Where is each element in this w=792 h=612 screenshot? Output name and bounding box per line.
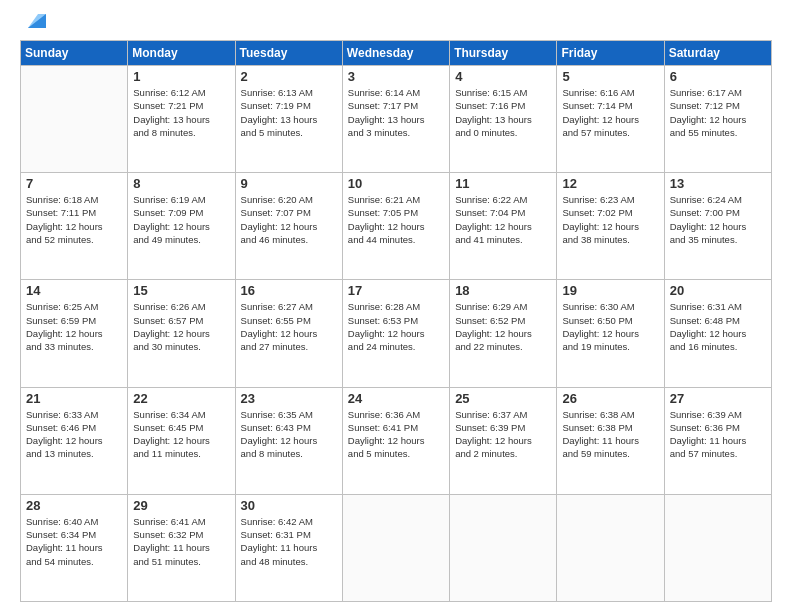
day-info: Sunrise: 6:39 AM Sunset: 6:36 PM Dayligh… bbox=[670, 408, 766, 461]
day-number: 4 bbox=[455, 69, 551, 84]
logo bbox=[20, 18, 46, 32]
day-number: 14 bbox=[26, 283, 122, 298]
day-number: 10 bbox=[348, 176, 444, 191]
day-number: 9 bbox=[241, 176, 337, 191]
day-info: Sunrise: 6:27 AM Sunset: 6:55 PM Dayligh… bbox=[241, 300, 337, 353]
day-info: Sunrise: 6:17 AM Sunset: 7:12 PM Dayligh… bbox=[670, 86, 766, 139]
day-info: Sunrise: 6:36 AM Sunset: 6:41 PM Dayligh… bbox=[348, 408, 444, 461]
day-number: 16 bbox=[241, 283, 337, 298]
day-info: Sunrise: 6:40 AM Sunset: 6:34 PM Dayligh… bbox=[26, 515, 122, 568]
day-info: Sunrise: 6:12 AM Sunset: 7:21 PM Dayligh… bbox=[133, 86, 229, 139]
calendar-cell: 24Sunrise: 6:36 AM Sunset: 6:41 PM Dayli… bbox=[342, 387, 449, 494]
day-info: Sunrise: 6:35 AM Sunset: 6:43 PM Dayligh… bbox=[241, 408, 337, 461]
calendar-cell bbox=[664, 494, 771, 601]
day-number: 24 bbox=[348, 391, 444, 406]
calendar-cell: 18Sunrise: 6:29 AM Sunset: 6:52 PM Dayli… bbox=[450, 280, 557, 387]
day-info: Sunrise: 6:41 AM Sunset: 6:32 PM Dayligh… bbox=[133, 515, 229, 568]
calendar-cell: 29Sunrise: 6:41 AM Sunset: 6:32 PM Dayli… bbox=[128, 494, 235, 601]
day-info: Sunrise: 6:18 AM Sunset: 7:11 PM Dayligh… bbox=[26, 193, 122, 246]
day-number: 1 bbox=[133, 69, 229, 84]
day-number: 13 bbox=[670, 176, 766, 191]
calendar-cell: 27Sunrise: 6:39 AM Sunset: 6:36 PM Dayli… bbox=[664, 387, 771, 494]
day-number: 23 bbox=[241, 391, 337, 406]
calendar-cell: 30Sunrise: 6:42 AM Sunset: 6:31 PM Dayli… bbox=[235, 494, 342, 601]
day-info: Sunrise: 6:33 AM Sunset: 6:46 PM Dayligh… bbox=[26, 408, 122, 461]
day-number: 19 bbox=[562, 283, 658, 298]
day-info: Sunrise: 6:22 AM Sunset: 7:04 PM Dayligh… bbox=[455, 193, 551, 246]
calendar-cell: 5Sunrise: 6:16 AM Sunset: 7:14 PM Daylig… bbox=[557, 66, 664, 173]
calendar-cell: 13Sunrise: 6:24 AM Sunset: 7:00 PM Dayli… bbox=[664, 173, 771, 280]
calendar-cell: 3Sunrise: 6:14 AM Sunset: 7:17 PM Daylig… bbox=[342, 66, 449, 173]
weekday-tuesday: Tuesday bbox=[235, 41, 342, 66]
day-number: 21 bbox=[26, 391, 122, 406]
calendar-table: SundayMondayTuesdayWednesdayThursdayFrid… bbox=[20, 40, 772, 602]
calendar-week-row: 21Sunrise: 6:33 AM Sunset: 6:46 PM Dayli… bbox=[21, 387, 772, 494]
day-info: Sunrise: 6:42 AM Sunset: 6:31 PM Dayligh… bbox=[241, 515, 337, 568]
weekday-header-row: SundayMondayTuesdayWednesdayThursdayFrid… bbox=[21, 41, 772, 66]
header bbox=[20, 18, 772, 32]
calendar-cell: 28Sunrise: 6:40 AM Sunset: 6:34 PM Dayli… bbox=[21, 494, 128, 601]
calendar-cell: 9Sunrise: 6:20 AM Sunset: 7:07 PM Daylig… bbox=[235, 173, 342, 280]
day-info: Sunrise: 6:26 AM Sunset: 6:57 PM Dayligh… bbox=[133, 300, 229, 353]
calendar-cell: 21Sunrise: 6:33 AM Sunset: 6:46 PM Dayli… bbox=[21, 387, 128, 494]
day-number: 8 bbox=[133, 176, 229, 191]
calendar-cell: 4Sunrise: 6:15 AM Sunset: 7:16 PM Daylig… bbox=[450, 66, 557, 173]
calendar-cell: 26Sunrise: 6:38 AM Sunset: 6:38 PM Dayli… bbox=[557, 387, 664, 494]
day-info: Sunrise: 6:38 AM Sunset: 6:38 PM Dayligh… bbox=[562, 408, 658, 461]
calendar-cell bbox=[342, 494, 449, 601]
day-number: 30 bbox=[241, 498, 337, 513]
calendar-cell bbox=[21, 66, 128, 173]
day-info: Sunrise: 6:28 AM Sunset: 6:53 PM Dayligh… bbox=[348, 300, 444, 353]
day-number: 12 bbox=[562, 176, 658, 191]
calendar-cell: 17Sunrise: 6:28 AM Sunset: 6:53 PM Dayli… bbox=[342, 280, 449, 387]
calendar-cell: 12Sunrise: 6:23 AM Sunset: 7:02 PM Dayli… bbox=[557, 173, 664, 280]
day-info: Sunrise: 6:20 AM Sunset: 7:07 PM Dayligh… bbox=[241, 193, 337, 246]
weekday-sunday: Sunday bbox=[21, 41, 128, 66]
day-info: Sunrise: 6:14 AM Sunset: 7:17 PM Dayligh… bbox=[348, 86, 444, 139]
weekday-saturday: Saturday bbox=[664, 41, 771, 66]
calendar-week-row: 28Sunrise: 6:40 AM Sunset: 6:34 PM Dayli… bbox=[21, 494, 772, 601]
calendar-cell: 14Sunrise: 6:25 AM Sunset: 6:59 PM Dayli… bbox=[21, 280, 128, 387]
calendar-cell: 2Sunrise: 6:13 AM Sunset: 7:19 PM Daylig… bbox=[235, 66, 342, 173]
calendar-cell: 25Sunrise: 6:37 AM Sunset: 6:39 PM Dayli… bbox=[450, 387, 557, 494]
weekday-thursday: Thursday bbox=[450, 41, 557, 66]
day-number: 25 bbox=[455, 391, 551, 406]
day-info: Sunrise: 6:13 AM Sunset: 7:19 PM Dayligh… bbox=[241, 86, 337, 139]
calendar-cell: 11Sunrise: 6:22 AM Sunset: 7:04 PM Dayli… bbox=[450, 173, 557, 280]
day-info: Sunrise: 6:19 AM Sunset: 7:09 PM Dayligh… bbox=[133, 193, 229, 246]
day-info: Sunrise: 6:23 AM Sunset: 7:02 PM Dayligh… bbox=[562, 193, 658, 246]
calendar-cell: 19Sunrise: 6:30 AM Sunset: 6:50 PM Dayli… bbox=[557, 280, 664, 387]
day-number: 22 bbox=[133, 391, 229, 406]
svg-marker-1 bbox=[28, 14, 46, 28]
calendar-cell: 8Sunrise: 6:19 AM Sunset: 7:09 PM Daylig… bbox=[128, 173, 235, 280]
calendar-cell: 6Sunrise: 6:17 AM Sunset: 7:12 PM Daylig… bbox=[664, 66, 771, 173]
calendar-cell bbox=[450, 494, 557, 601]
day-info: Sunrise: 6:34 AM Sunset: 6:45 PM Dayligh… bbox=[133, 408, 229, 461]
day-number: 20 bbox=[670, 283, 766, 298]
calendar-cell: 15Sunrise: 6:26 AM Sunset: 6:57 PM Dayli… bbox=[128, 280, 235, 387]
calendar-cell bbox=[557, 494, 664, 601]
day-number: 3 bbox=[348, 69, 444, 84]
logo-icon bbox=[24, 10, 46, 32]
day-info: Sunrise: 6:25 AM Sunset: 6:59 PM Dayligh… bbox=[26, 300, 122, 353]
day-info: Sunrise: 6:21 AM Sunset: 7:05 PM Dayligh… bbox=[348, 193, 444, 246]
calendar-week-row: 7Sunrise: 6:18 AM Sunset: 7:11 PM Daylig… bbox=[21, 173, 772, 280]
calendar-cell: 23Sunrise: 6:35 AM Sunset: 6:43 PM Dayli… bbox=[235, 387, 342, 494]
weekday-monday: Monday bbox=[128, 41, 235, 66]
calendar-cell: 10Sunrise: 6:21 AM Sunset: 7:05 PM Dayli… bbox=[342, 173, 449, 280]
day-info: Sunrise: 6:16 AM Sunset: 7:14 PM Dayligh… bbox=[562, 86, 658, 139]
day-number: 28 bbox=[26, 498, 122, 513]
calendar-week-row: 1Sunrise: 6:12 AM Sunset: 7:21 PM Daylig… bbox=[21, 66, 772, 173]
day-info: Sunrise: 6:24 AM Sunset: 7:00 PM Dayligh… bbox=[670, 193, 766, 246]
calendar-cell: 1Sunrise: 6:12 AM Sunset: 7:21 PM Daylig… bbox=[128, 66, 235, 173]
day-number: 6 bbox=[670, 69, 766, 84]
day-number: 2 bbox=[241, 69, 337, 84]
day-number: 18 bbox=[455, 283, 551, 298]
day-info: Sunrise: 6:29 AM Sunset: 6:52 PM Dayligh… bbox=[455, 300, 551, 353]
day-number: 7 bbox=[26, 176, 122, 191]
day-number: 26 bbox=[562, 391, 658, 406]
day-info: Sunrise: 6:31 AM Sunset: 6:48 PM Dayligh… bbox=[670, 300, 766, 353]
weekday-friday: Friday bbox=[557, 41, 664, 66]
day-info: Sunrise: 6:15 AM Sunset: 7:16 PM Dayligh… bbox=[455, 86, 551, 139]
calendar-week-row: 14Sunrise: 6:25 AM Sunset: 6:59 PM Dayli… bbox=[21, 280, 772, 387]
